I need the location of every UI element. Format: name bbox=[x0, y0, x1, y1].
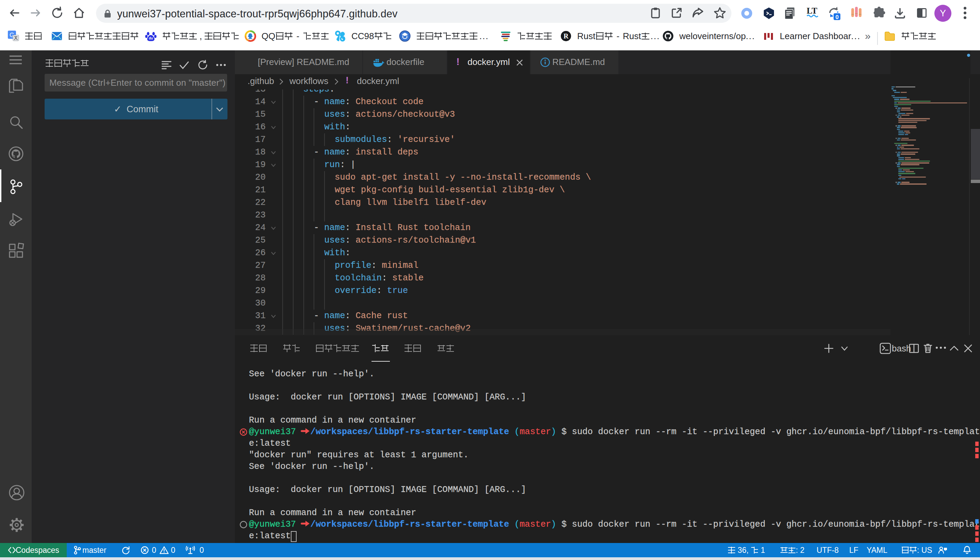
svg-text:0: 0 bbox=[836, 14, 839, 20]
svg-text:du: du bbox=[149, 37, 153, 40]
svg-text:R: R bbox=[564, 32, 569, 40]
svg-text:LT: LT bbox=[807, 6, 817, 15]
